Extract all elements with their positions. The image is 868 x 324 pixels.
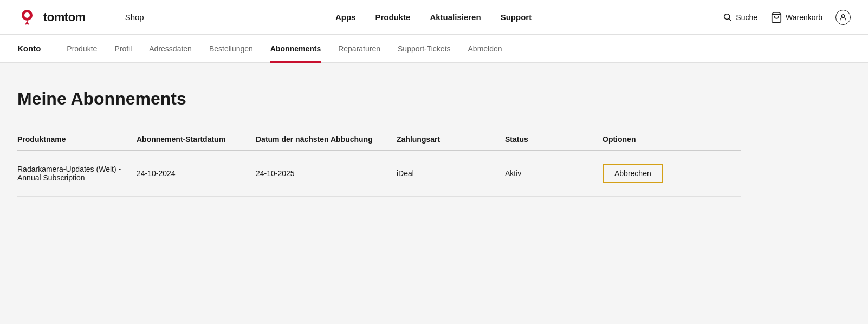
td-naechste-abbuchung: 24-10-2025: [256, 169, 397, 178]
cancel-subscription-button[interactable]: Abbrechen: [603, 164, 663, 183]
search-label: Suche: [736, 13, 757, 22]
td-optionen: Abbrechen: [603, 164, 741, 183]
cart-icon: [770, 11, 782, 23]
tab-produkte[interactable]: Produkte: [67, 35, 97, 63]
th-produktname: Produktname: [17, 135, 137, 144]
account-tabs: Produkte Profil Adressdaten Bestellungen…: [67, 35, 502, 63]
th-startdatum: Abonnement-Startdatum: [137, 135, 256, 144]
svg-point-5: [841, 14, 844, 17]
shop-link[interactable]: Shop: [125, 12, 144, 22]
td-startdatum: 24-10-2024: [137, 169, 256, 178]
search-icon: [723, 12, 733, 22]
search-button[interactable]: Suche: [723, 12, 757, 22]
nav-center: Apps Produkte Aktualisieren Support: [144, 12, 723, 22]
brand-name: tomtom: [43, 10, 86, 24]
top-navigation: tomtom Shop Apps Produkte Aktualisieren …: [0, 0, 868, 35]
tab-support-tickets[interactable]: Support-Tickets: [398, 35, 451, 63]
nav-divider: [112, 9, 112, 25]
table-header: Produktname Abonnement-Startdatum Datum …: [17, 135, 741, 151]
user-account-button[interactable]: [835, 10, 851, 25]
svg-point-1: [24, 12, 30, 18]
tab-reparaturen[interactable]: Reparaturen: [338, 35, 380, 63]
tab-abmelden[interactable]: Abmelden: [468, 35, 502, 63]
svg-line-3: [729, 18, 731, 21]
user-icon: [839, 13, 847, 22]
th-zahlungsart: Zahlungsart: [397, 135, 505, 144]
nav-apps[interactable]: Apps: [335, 12, 356, 22]
nav-support[interactable]: Support: [501, 12, 532, 22]
tomtom-logo-icon: [17, 8, 37, 27]
table-row: Radarkamera-Updates (Welt) - Annual Subs…: [17, 151, 741, 197]
main-content: Meine Abonnements Produktname Abonnement…: [0, 63, 759, 214]
logo-area[interactable]: tomtom: [17, 8, 86, 27]
account-navigation: Konto Produkte Profil Adressdaten Bestel…: [0, 35, 868, 63]
cart-label: Warenkorb: [786, 13, 822, 22]
cart-button[interactable]: Warenkorb: [770, 11, 822, 23]
account-label: Konto: [17, 44, 41, 53]
td-status: Aktiv: [505, 169, 603, 178]
th-naechste-abbuchung: Datum der nächsten Abbuchung: [256, 135, 397, 144]
th-status: Status: [505, 135, 603, 144]
td-produktname: Radarkamera-Updates (Welt) - Annual Subs…: [17, 165, 137, 182]
th-optionen: Optionen: [603, 135, 741, 144]
nav-produkte[interactable]: Produkte: [375, 12, 410, 22]
tab-adressdaten[interactable]: Adressdaten: [149, 35, 192, 63]
tab-abonnements[interactable]: Abonnements: [270, 35, 321, 63]
nav-right: Suche Warenkorb: [723, 10, 851, 25]
tab-bestellungen[interactable]: Bestellungen: [209, 35, 253, 63]
page-title: Meine Abonnements: [17, 89, 741, 109]
nav-aktualisieren[interactable]: Aktualisieren: [430, 12, 481, 22]
tab-profil[interactable]: Profil: [114, 35, 132, 63]
td-zahlungsart: iDeal: [397, 169, 505, 178]
